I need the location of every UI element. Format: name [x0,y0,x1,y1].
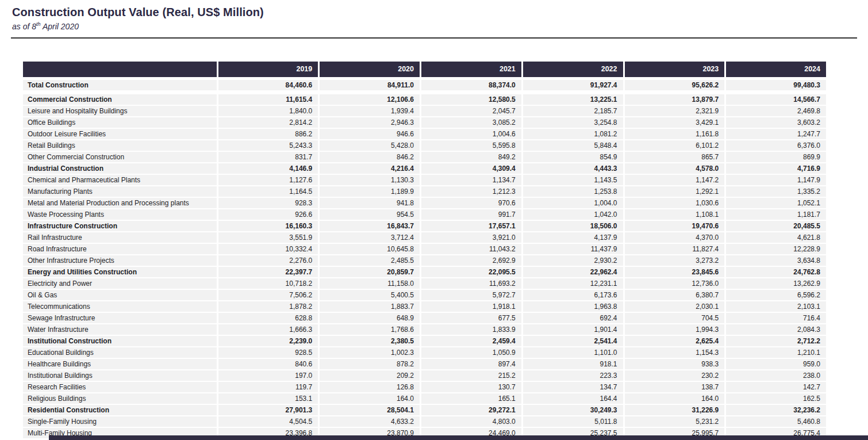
value-cell: 6,173.6 [522,289,624,301]
row-label: Infrastructure Construction [23,220,217,232]
value-cell: 119.7 [217,381,319,393]
value-cell: 5,460.8 [725,416,827,427]
value-cell: 2,276.0 [217,255,319,266]
value-cell: 4,216.4 [319,163,421,174]
value-cell: 716.4 [725,312,827,324]
table-row: Research Facilities119.7126.8130.7134.71… [23,381,827,393]
value-cell: 1,212.3 [421,186,523,197]
value-cell: 6,596.2 [725,289,827,301]
value-cell: 4,803.0 [421,416,523,427]
value-cell: 954.5 [319,209,421,220]
value-cell: 84,460.6 [217,79,319,93]
value-cell: 1,042.0 [522,209,624,220]
row-label: Office Buildings [23,117,217,128]
construction-output-table: 201920202021202220232024 Total Construct… [23,62,828,440]
value-cell: 2,030.1 [624,301,725,312]
value-cell: 197.0 [217,370,319,381]
value-cell: 138.7 [624,381,725,393]
row-label: Rail Infrastructure [23,232,217,243]
value-cell: 2,459.4 [421,335,523,347]
value-cell: 99,480.3 [725,79,827,93]
value-cell: 938.3 [624,358,725,370]
value-cell: 946.6 [319,128,421,140]
row-label: Oil & Gas [23,289,217,301]
value-cell: 16,160.3 [217,220,319,232]
value-cell: 2,045.7 [421,105,523,117]
table-row: Infrastructure Construction16,160.316,84… [23,220,827,232]
value-cell: 1,292.1 [624,186,725,197]
value-cell: 2,712.2 [725,335,827,347]
subtitle-suffix: April 2020 [41,22,79,31]
value-cell: 704.5 [624,312,725,324]
row-label: Chemical and Pharmaceutical Plants [23,174,217,186]
value-cell: 1,833.9 [421,324,523,335]
value-cell: 1,130.3 [319,174,421,186]
table-row: Telecommunications1,878.21,883.71,918.11… [23,301,827,312]
value-cell: 20,485.5 [725,220,827,232]
table-row: Educational Buildings928.51,002.31,050.9… [23,347,827,358]
row-label: Commercial Construction [23,93,217,106]
table-row: Water Infrastructure1,666.31,768.61,833.… [23,324,827,335]
value-cell: 165.1 [421,393,523,404]
value-cell: 849.2 [421,151,523,163]
value-cell: 134.7 [522,381,624,393]
table-row: Manufacturing Plants1,164.51,189.91,212.… [23,186,827,197]
value-cell: 6,376.0 [725,140,827,151]
table-row: Single-Family Housing4,504.54,633.24,803… [23,416,827,427]
value-cell: 6,101.2 [624,140,725,151]
value-cell: 1,253.8 [522,186,624,197]
value-cell: 162.5 [725,393,827,404]
table-row: Energy and Utilities Construction22,397.… [23,266,827,278]
value-cell: 5,231.2 [624,416,725,427]
value-cell: 11,615.4 [217,93,319,106]
value-cell: 1,143.5 [522,174,624,186]
page-subtitle: as of 8th April 2020 [12,21,868,31]
value-cell: 1,768.6 [319,324,421,335]
subtitle-prefix: as of 8 [12,22,36,31]
value-cell: 4,370.0 [624,232,725,243]
table-row: Other Infrastructure Projects2,276.02,48… [23,255,827,266]
value-cell: 1,918.1 [421,301,523,312]
table-row: Other Commercial Construction831.7846.28… [23,151,827,163]
value-cell: 130.7 [421,381,523,393]
value-cell: 878.2 [319,358,421,370]
value-cell: 3,712.4 [319,232,421,243]
value-cell: 19,470.6 [624,220,725,232]
value-cell: 22,397.7 [217,266,319,278]
row-label: Single-Family Housing [23,416,217,427]
row-label: Manufacturing Plants [23,186,217,197]
value-cell: 1,002.3 [319,347,421,358]
value-cell: 164.4 [522,393,624,404]
value-cell: 1,004.6 [421,128,523,140]
value-cell: 2,485.5 [319,255,421,266]
value-cell: 12,736.0 [624,278,725,289]
value-cell: 869.9 [725,151,827,163]
value-cell: 4,578.0 [624,163,725,174]
value-cell: 11,693.2 [421,278,523,289]
value-cell: 164.0 [319,393,421,404]
value-cell: 7,506.2 [217,289,319,301]
table-header-row: 201920202021202220232024 [23,62,827,79]
row-label: Road Infrastructure [23,243,217,255]
value-cell: 1,050.9 [421,347,523,358]
row-label: Metal and Material Production and Proces… [23,197,217,209]
value-cell: 2,541.4 [522,335,624,347]
value-cell: 12,106.6 [319,93,421,106]
year-column-header: 2021 [421,62,523,79]
value-cell: 692.4 [522,312,624,324]
value-cell: 91,927.4 [522,79,624,93]
value-cell: 4,716.9 [725,163,827,174]
value-cell: 1,164.5 [217,186,319,197]
table-row: Rail Infrastructure3,551.93,712.43,921.0… [23,232,827,243]
value-cell: 17,657.1 [421,220,523,232]
value-cell: 1,666.3 [217,324,319,335]
value-cell: 215.2 [421,370,523,381]
value-cell: 5,972.7 [421,289,523,301]
value-cell: 153.1 [217,393,319,404]
value-cell: 88,374.0 [421,79,523,93]
value-cell: 4,309.4 [421,163,523,174]
row-label: Outdoor Leisure Facilities [23,128,217,140]
row-label: Industrial Construction [23,163,217,174]
value-cell: 18,506.0 [522,220,624,232]
value-cell: 1,101.0 [522,347,624,358]
